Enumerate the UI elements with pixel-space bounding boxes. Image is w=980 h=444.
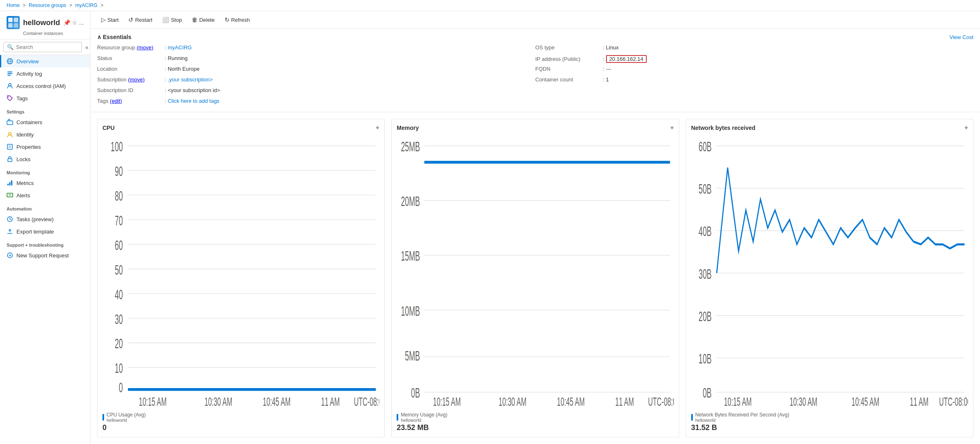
view-cost-link[interactable]: View Cost — [950, 34, 973, 40]
svg-text:0: 0 — [119, 380, 123, 395]
svg-text:10:45 AM: 10:45 AM — [851, 395, 879, 409]
charts-section: CPU ⌖ 100 90 80 70 60 50 40 30 20 — [91, 112, 980, 444]
sidebar-item-label-activity-log: Activity log — [16, 71, 42, 77]
sidebar-item-activity-log[interactable]: Activity log — [0, 67, 90, 80]
person-icon — [7, 83, 13, 89]
svg-text:40: 40 — [115, 287, 123, 302]
search-icon: 🔍 — [7, 44, 14, 50]
svg-rect-14 — [7, 144, 12, 149]
essentials-row-os: OS type : Linux — [535, 44, 973, 53]
search-input[interactable] — [16, 44, 78, 50]
cpu-value: 0 — [102, 423, 379, 432]
rg-link[interactable]: myACIRG — [168, 44, 192, 51]
cpu-chart-title: CPU — [102, 125, 115, 131]
svg-text:10MB: 10MB — [401, 303, 420, 319]
svg-text:15MB: 15MB — [401, 248, 420, 264]
tags-link[interactable]: Click here to add tags — [168, 98, 220, 104]
sidebar-item-new-support[interactable]: + New Support Request — [0, 249, 90, 261]
breadcrumb: Home > Resource groups > myACIRG > — [0, 0, 980, 11]
delete-button[interactable]: 🗑 Delete — [188, 14, 219, 25]
network-pin-icon[interactable]: ⌖ — [964, 124, 968, 132]
sidebar-item-overview[interactable]: Overview — [0, 55, 90, 67]
essentials-section: ∧ Essentials View Cost Resource group (m… — [91, 29, 980, 112]
essentials-right-col: OS type : Linux IP address (Public) : 20… — [535, 44, 973, 107]
svg-text:0B: 0B — [411, 385, 420, 400]
chevron-down-icon: ∧ — [97, 34, 101, 40]
svg-text:25MB: 25MB — [401, 139, 420, 154]
memory-legend-sublabel: helloworld — [401, 418, 447, 423]
svg-text:30: 30 — [115, 312, 123, 327]
breadcrumb-resource-group[interactable]: myACIRG — [75, 2, 98, 8]
breadcrumb-home[interactable]: Home — [7, 2, 20, 8]
essentials-row-tags: Tags (edit) : Click here to add tags — [97, 98, 535, 107]
pin-icon[interactable]: 📌 — [63, 19, 70, 26]
network-legend-color — [691, 414, 693, 421]
svg-rect-8 — [7, 73, 12, 74]
globe-icon — [7, 58, 13, 65]
tasks-icon — [7, 216, 13, 222]
refresh-button[interactable]: ↻ Refresh — [221, 14, 254, 25]
essentials-row-subscription-id: Subscription ID : <your subscription id> — [97, 87, 535, 96]
app-subtitle: Container instances — [23, 31, 84, 36]
svg-text:10:45 AM: 10:45 AM — [557, 395, 585, 409]
section-label-automation: Automation — [0, 201, 90, 213]
cpu-pin-icon[interactable]: ⌖ — [376, 124, 379, 132]
sidebar-item-locks[interactable]: Locks — [0, 153, 90, 165]
svg-text:5MB: 5MB — [405, 348, 420, 363]
content-area: ▷ Start ↺ Restart ⬜ Stop 🗑 Delete ↻ Refr… — [91, 11, 980, 444]
search-box[interactable]: 🔍 — [3, 42, 82, 52]
restart-button[interactable]: ↺ Restart — [124, 14, 156, 25]
svg-text:30B: 30B — [699, 266, 712, 282]
sidebar: helloworld 📌 ☆ ... Container instances 🔍… — [0, 11, 91, 444]
svg-text:10:30 AM: 10:30 AM — [499, 395, 526, 409]
sidebar-item-properties[interactable]: Properties — [0, 141, 90, 153]
refresh-icon: ↻ — [225, 16, 230, 23]
subscription-link[interactable]: ,your subscription> — [168, 76, 213, 83]
sidebar-item-containers[interactable]: Containers — [0, 116, 90, 128]
svg-rect-0 — [8, 18, 13, 22]
svg-text:60: 60 — [115, 238, 123, 253]
sidebar-item-tasks[interactable]: Tasks (preview) — [0, 213, 90, 225]
support-icon: + — [7, 252, 13, 259]
svg-rect-2 — [8, 23, 13, 28]
breadcrumb-resource-groups[interactable]: Resource groups — [29, 2, 66, 8]
sidebar-item-tags[interactable]: Tags — [0, 92, 90, 104]
collapse-button[interactable]: « — [84, 42, 90, 52]
more-icon[interactable]: ... — [79, 19, 84, 26]
app-title-actions: 📌 ☆ ... — [63, 19, 84, 26]
sidebar-item-label-alerts: Alerts — [16, 192, 30, 199]
properties-icon — [7, 143, 13, 150]
essentials-row-fqdn: FQDN : --- — [535, 66, 973, 75]
svg-text:40B: 40B — [699, 224, 712, 239]
sidebar-item-label-access-control: Access control (IAM) — [16, 83, 66, 89]
essentials-row-ip: IP address (Public) : 20.166.162.14 — [535, 55, 973, 64]
sidebar-item-label-tasks: Tasks (preview) — [16, 216, 53, 222]
essentials-row-container-count: Container count : 1 — [535, 76, 973, 86]
section-label-monitoring: Monitoring — [0, 165, 90, 177]
sidebar-item-alerts[interactable]: Alerts — [0, 189, 90, 201]
essentials-row-status: Status : Running — [97, 55, 535, 64]
svg-text:11 AM: 11 AM — [910, 395, 928, 409]
svg-rect-12 — [7, 121, 13, 125]
svg-text:10:15 AM: 10:15 AM — [724, 395, 751, 409]
memory-pin-icon[interactable]: ⌖ — [670, 124, 674, 132]
svg-point-13 — [9, 132, 11, 135]
sidebar-item-access-control[interactable]: Access control (IAM) — [0, 80, 90, 92]
cpu-chart-footer: CPU Usage (Avg) helloworld 0 — [102, 412, 379, 432]
tag-icon — [7, 95, 13, 102]
sidebar-item-export-template[interactable]: Export template — [0, 225, 90, 238]
svg-text:0B: 0B — [703, 385, 712, 400]
svg-text:50B: 50B — [699, 181, 712, 197]
memory-chart-card: Memory ⌖ 25MB 20MB 15MB 10MB 5MB 0B — [391, 119, 679, 437]
app-title: helloworld — [23, 18, 60, 27]
cpu-chart-card: CPU ⌖ 100 90 80 70 60 50 40 30 20 — [97, 119, 385, 437]
sidebar-item-identity[interactable]: Identity — [0, 128, 90, 141]
stop-button[interactable]: ⬜ Stop — [158, 14, 186, 25]
star-icon[interactable]: ☆ — [72, 19, 77, 26]
essentials-title: ∧ Essentials — [97, 34, 131, 40]
svg-point-11 — [8, 97, 9, 97]
svg-text:100: 100 — [111, 139, 123, 154]
sidebar-item-metrics[interactable]: Metrics — [0, 177, 90, 189]
svg-text:80: 80 — [115, 188, 123, 204]
start-button[interactable]: ▷ Start — [97, 14, 123, 25]
